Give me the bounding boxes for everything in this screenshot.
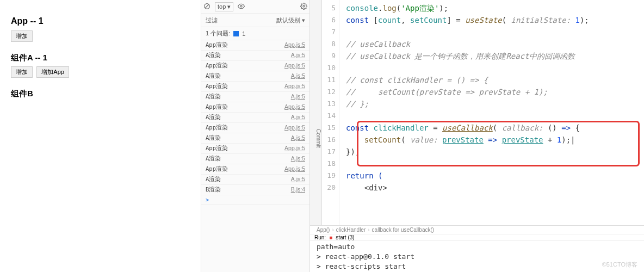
add-button-a[interactable]: 增加 bbox=[11, 66, 33, 78]
run-config-name[interactable]: start (3) bbox=[336, 234, 354, 240]
browser-preview: App -- 1 增加 组件A -- 1 增加 增加App 组件B bbox=[0, 0, 201, 272]
filter-label[interactable]: 过滤 bbox=[206, 17, 218, 23]
filter-row: 过滤 默认级别 ▾ bbox=[201, 14, 309, 27]
log-source-link[interactable]: A.js:5 bbox=[291, 52, 305, 59]
log-message: A渲染 bbox=[206, 52, 221, 59]
svg-point-3 bbox=[303, 5, 305, 7]
issues-row[interactable]: 1 个问题: 1 bbox=[201, 27, 309, 40]
issue-badge-icon bbox=[233, 31, 239, 36]
log-message: A渲染 bbox=[206, 72, 221, 80]
clear-icon[interactable] bbox=[203, 3, 210, 11]
console-log-row: A渲染A.js:5 bbox=[201, 92, 309, 102]
code-line: // useCallback 是一个钩子函数，用来创建React中的回调函数 bbox=[346, 50, 640, 62]
code-line: return ( bbox=[346, 170, 640, 182]
log-message: App渲染 bbox=[206, 103, 228, 111]
log-source-link[interactable]: A.js:5 bbox=[291, 93, 305, 101]
level-selector[interactable]: 默认级别 ▾ bbox=[276, 16, 305, 24]
devtools-toolbar: top ▾ bbox=[201, 0, 309, 14]
log-message: B渲染 bbox=[206, 186, 221, 194]
add-button[interactable]: 增加 bbox=[11, 30, 33, 42]
console-log-row: App渲染App.js:5 bbox=[201, 61, 309, 71]
log-message: App渲染 bbox=[206, 145, 228, 152]
svg-line-1 bbox=[205, 4, 209, 8]
log-message: A渲染 bbox=[206, 155, 221, 163]
svg-point-2 bbox=[240, 5, 242, 7]
console-log-row: B渲染B.js:4 bbox=[201, 185, 309, 195]
context-selector[interactable]: top ▾ bbox=[215, 2, 233, 11]
console-log-row: A渲染A.js:5 bbox=[201, 51, 309, 61]
line-number: 6 bbox=[322, 14, 336, 26]
line-number: 13 bbox=[322, 98, 336, 110]
line-number: 7 bbox=[322, 26, 336, 38]
code-line: const clickHandler = useCallback( callba… bbox=[346, 122, 640, 134]
code-line: <div> bbox=[346, 182, 640, 194]
line-number: 8 bbox=[322, 38, 336, 50]
log-source-link[interactable]: A.js:5 bbox=[291, 72, 305, 80]
console-log-list[interactable]: App渲染App.js:5A渲染A.js:5App渲染App.js:5A渲染A.… bbox=[201, 40, 309, 272]
ide-panel: Commit 567891011121314151617181920 conso… bbox=[310, 0, 644, 272]
log-message: A渲染 bbox=[206, 134, 221, 142]
console-log-row: A渲染A.js:5 bbox=[201, 154, 309, 164]
line-number: 15 bbox=[322, 122, 336, 134]
breadcrumb[interactable]: App()›clickHandler›callback for useCallb… bbox=[310, 226, 644, 234]
issues-label: 1 个问题: bbox=[206, 29, 230, 38]
terminal-output[interactable]: path=auto > react-app@0.1.0 start > reac… bbox=[310, 241, 644, 272]
run-toolbar: Run: ■ start (3) bbox=[310, 234, 644, 241]
log-message: App渲染 bbox=[206, 83, 228, 90]
log-source-link[interactable]: A.js:5 bbox=[291, 134, 305, 142]
log-source-link[interactable]: A.js:5 bbox=[291, 176, 305, 183]
log-source-link[interactable]: App.js:5 bbox=[284, 145, 305, 152]
console-log-row: App渲染App.js:5 bbox=[201, 40, 309, 51]
log-message: App渲染 bbox=[206, 124, 228, 132]
console-prompt[interactable]: > bbox=[201, 195, 309, 205]
log-message: A渲染 bbox=[206, 114, 221, 121]
code-line: // }; bbox=[346, 98, 640, 110]
stop-icon[interactable]: ■ bbox=[329, 234, 332, 240]
code-line: console.log('App渲染'); bbox=[346, 2, 640, 14]
log-source-link[interactable]: App.js:5 bbox=[284, 41, 305, 49]
log-source-link[interactable]: App.js:5 bbox=[284, 83, 305, 90]
log-source-link[interactable]: App.js:5 bbox=[284, 103, 305, 111]
log-message: A渲染 bbox=[206, 93, 221, 101]
watermark: ©51CTO博客 bbox=[602, 261, 637, 269]
console-log-row: A渲染A.js:5 bbox=[201, 71, 309, 82]
code-line: // useCallback bbox=[346, 38, 640, 50]
add-app-button[interactable]: 增加App bbox=[36, 66, 69, 78]
code-line: }); bbox=[346, 146, 640, 158]
console-log-row: App渲染App.js:5 bbox=[201, 144, 309, 154]
line-number: 14 bbox=[322, 110, 336, 122]
code-line: const [count, setCount] = useState( init… bbox=[346, 14, 640, 26]
line-number: 9 bbox=[322, 50, 336, 62]
ide-bottom-panel: App()›clickHandler›callback for useCallb… bbox=[310, 225, 644, 272]
log-source-link[interactable]: App.js:5 bbox=[284, 62, 305, 70]
code-line bbox=[346, 62, 640, 74]
line-number: 5 bbox=[322, 2, 336, 14]
console-log-row: App渲染App.js:5 bbox=[201, 102, 309, 113]
line-number: 19 bbox=[322, 170, 336, 182]
component-a-title: 组件A -- 1 bbox=[11, 53, 190, 63]
console-log-row: App渲染App.js:5 bbox=[201, 82, 309, 92]
log-source-link[interactable]: A.js:5 bbox=[291, 155, 305, 163]
log-source-link[interactable]: App.js:5 bbox=[284, 165, 305, 173]
console-log-row: A渲染A.js:5 bbox=[201, 113, 309, 123]
log-message: A渲染 bbox=[206, 176, 221, 183]
issues-count: 1 bbox=[242, 30, 245, 37]
gear-icon[interactable] bbox=[300, 3, 307, 11]
log-source-link[interactable]: A.js:5 bbox=[291, 114, 305, 121]
code-line: // setCount(prevState => prevState + 1); bbox=[346, 86, 640, 98]
run-label: Run: bbox=[314, 234, 326, 240]
line-number: 17 bbox=[322, 146, 336, 158]
code-line: // const clickHandler = () => { bbox=[346, 74, 640, 86]
eye-icon[interactable] bbox=[238, 3, 245, 11]
app-title: App -- 1 bbox=[11, 16, 190, 26]
log-source-link[interactable]: App.js:5 bbox=[284, 124, 305, 132]
console-log-row: A渲染A.js:5 bbox=[201, 133, 309, 144]
code-line bbox=[346, 26, 640, 38]
line-number: 16 bbox=[322, 134, 336, 146]
code-line: setCount( value: prevState => prevState … bbox=[346, 134, 640, 146]
log-source-link[interactable]: B.js:4 bbox=[291, 186, 305, 194]
code-line bbox=[346, 110, 640, 122]
line-number: 11 bbox=[322, 74, 336, 86]
line-number: 10 bbox=[322, 62, 336, 74]
line-number: 18 bbox=[322, 158, 336, 170]
